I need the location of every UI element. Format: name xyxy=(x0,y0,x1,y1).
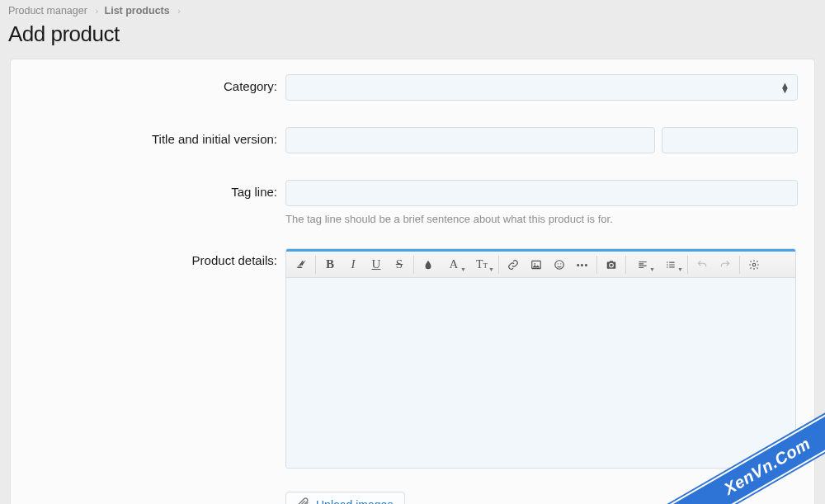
toolbar-separator xyxy=(413,256,414,274)
version-input[interactable] xyxy=(662,127,798,153)
page-title: Add product xyxy=(0,20,825,59)
tagline-input[interactable] xyxy=(285,180,798,206)
dropdown-caret-icon: ▼ xyxy=(649,266,655,272)
link-icon[interactable] xyxy=(502,254,525,276)
dropdown-caret-icon: ▼ xyxy=(460,266,466,272)
row-tagline: Tag line: The tag line should be a brief… xyxy=(11,162,814,233)
upload-images-button[interactable]: Upload images xyxy=(285,492,405,504)
dropdown-caret-icon: ▼ xyxy=(677,266,683,272)
toolbar-separator xyxy=(687,256,688,274)
font-family-button[interactable]: A ▼ xyxy=(440,254,468,276)
label-tagline: Tag line: xyxy=(11,180,285,199)
category-select[interactable] xyxy=(285,74,798,101)
toolbar-separator xyxy=(625,256,626,274)
label-details: Product details: xyxy=(11,248,285,267)
underline-button[interactable]: U xyxy=(365,254,388,276)
svg-point-1 xyxy=(534,262,535,264)
camera-icon[interactable] xyxy=(600,254,623,276)
tagline-help: The tag line should be a brief sentence … xyxy=(285,206,798,225)
breadcrumb-product-manager[interactable]: Product manager xyxy=(8,5,87,16)
row-details: Product details: B I U S xyxy=(11,233,814,504)
text-color-icon[interactable] xyxy=(417,254,440,276)
breadcrumb: Product manager › List products › xyxy=(0,0,825,20)
paperclip-icon xyxy=(298,497,309,504)
svg-point-6 xyxy=(667,264,668,266)
toolbar-separator xyxy=(739,256,740,274)
chevron-right-icon: › xyxy=(90,6,101,16)
svg-point-7 xyxy=(667,266,668,268)
title-input[interactable] xyxy=(285,127,655,153)
row-title-version: Title and initial version: xyxy=(11,109,814,162)
svg-point-2 xyxy=(555,260,564,269)
editor-toolbar: B I U S A ▼ TT ▼ xyxy=(286,252,795,278)
editor-content-area[interactable] xyxy=(286,278,795,468)
more-icon[interactable]: ••• xyxy=(571,254,594,276)
toolbar-separator xyxy=(498,256,499,274)
svg-point-5 xyxy=(667,261,668,263)
redo-icon[interactable] xyxy=(714,254,737,276)
breadcrumb-list-products[interactable]: List products xyxy=(105,5,170,16)
align-button[interactable]: ▼ xyxy=(629,254,657,276)
form-panel: Category: ▲▼ Title and initial version: … xyxy=(10,59,815,504)
image-icon[interactable] xyxy=(525,254,548,276)
undo-icon[interactable] xyxy=(691,254,714,276)
list-button[interactable]: ▼ xyxy=(657,254,685,276)
svg-point-3 xyxy=(558,263,559,264)
dropdown-caret-icon: ▼ xyxy=(488,266,494,272)
rich-text-editor: B I U S A ▼ TT ▼ xyxy=(285,248,796,469)
upload-images-label: Upload images xyxy=(316,498,393,505)
label-category: Category: xyxy=(11,74,285,93)
svg-point-8 xyxy=(752,263,756,266)
toolbar-separator xyxy=(315,256,316,274)
settings-icon[interactable] xyxy=(742,254,766,276)
font-size-button[interactable]: TT ▼ xyxy=(468,254,496,276)
label-title-version: Title and initial version: xyxy=(11,127,285,146)
italic-button[interactable]: I xyxy=(342,254,365,276)
clear-format-icon[interactable] xyxy=(290,254,313,276)
bold-button[interactable]: B xyxy=(318,254,342,276)
toolbar-separator xyxy=(596,256,597,274)
chevron-right-icon: › xyxy=(172,6,184,16)
emoji-icon[interactable] xyxy=(548,254,571,276)
strike-button[interactable]: S xyxy=(388,254,411,276)
svg-point-4 xyxy=(560,263,561,264)
row-category: Category: ▲▼ xyxy=(11,59,814,109)
